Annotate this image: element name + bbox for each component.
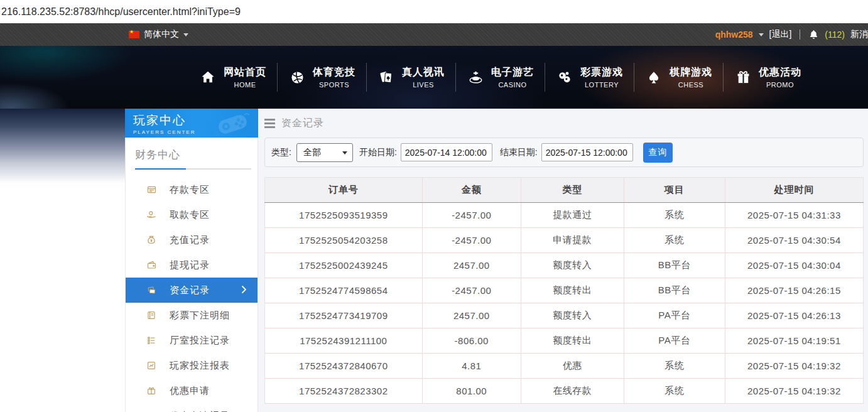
cell-project: PA平台: [624, 328, 725, 354]
sidebar-item-label: 彩票下注明细: [170, 310, 230, 322]
sidebar-item-deposit[interactable]: 存款专区: [126, 177, 258, 202]
cell-processed-time: 2025-07-15 04:19:32: [725, 354, 863, 379]
sidebar-item-withdrawal-record[interactable]: 提现记录: [126, 252, 258, 278]
cell-order-no: 1752525093519359: [265, 203, 423, 228]
gift-icon: [734, 70, 752, 85]
cell-type: 提款通过: [521, 203, 624, 228]
end-date-input[interactable]: [541, 143, 633, 161]
cell-order-no: 1752524774598654: [265, 278, 423, 303]
cell-processed-time: 2025-07-15 04:19:51: [725, 328, 863, 354]
nav-label-zh: 体育竞技: [313, 66, 355, 79]
hall-bet-record-icon: [146, 335, 157, 345]
cell-order-no: 1752524773419709: [265, 303, 423, 328]
cell-type: 额度转入: [521, 303, 624, 328]
column-header: 金额: [422, 178, 521, 203]
recharge-record-icon: [146, 235, 157, 245]
sidebar-panel: 财务中心 存款专区 取款专区 充值记录 提: [125, 138, 258, 412]
start-date-label: 开始日期:: [359, 147, 397, 158]
nav-label-zh: 电子游艺: [491, 66, 534, 79]
nav-item-casino[interactable]: 电子游艺 CASINO: [456, 66, 545, 89]
home-icon: [199, 70, 217, 84]
nav-item-home[interactable]: 网站首页 HOME: [188, 66, 277, 89]
sidebar-item-funds-record[interactable]: 资金记录: [126, 278, 258, 303]
end-date-label: 结束日期:: [500, 147, 538, 158]
bell-icon[interactable]: [808, 29, 819, 40]
table-row: 1752524372823302801.00在线存款系统2025-07-15 0…: [265, 379, 864, 404]
query-button[interactable]: 查询: [643, 143, 673, 163]
chevron-down-icon[interactable]: [759, 33, 764, 36]
type-label: 类型:: [271, 147, 291, 158]
message-count[interactable]: (112): [825, 30, 845, 40]
column-header: 订单号: [265, 178, 423, 203]
nav-item-chess[interactable]: 棋牌游戏 CHESS: [634, 66, 723, 89]
sidebar-item-label: 提现记录: [170, 259, 210, 271]
sidebar-item-bet-report[interactable]: 玩家投注报表: [126, 353, 258, 378]
cell-project: 系统: [624, 354, 725, 379]
account-bar: 简体中文 qhhw258 [退出] (112) 新消息: [0, 23, 868, 46]
message-label[interactable]: 新消息: [850, 29, 868, 40]
nav-item-promo[interactable]: 优惠活动 PROMO: [724, 66, 812, 89]
cell-order-no: 1752524391211100: [265, 328, 423, 354]
promo-apply-icon: [146, 386, 157, 396]
lottery-balls-icon: [556, 70, 573, 85]
cell-processed-time: 2025-07-15 04:30:54: [725, 228, 863, 253]
table-row: 1752525093519359-2457.00提款通过系统2025-07-15…: [265, 203, 864, 228]
nav-item-lives[interactable]: 真人视讯 LIVES: [367, 66, 455, 89]
type-select-value: 全部: [303, 147, 321, 158]
cell-type: 额度转入: [521, 253, 624, 278]
table-header-row: 订单号金额类型项目处理时间: [265, 178, 864, 203]
language-label: 简体中文: [144, 29, 179, 40]
table-row: 17525247734197092457.00额度转入PA平台2025-07-1…: [265, 303, 864, 328]
cell-type: 申请提款: [521, 228, 624, 253]
cell-type: 额度转出: [521, 328, 624, 354]
sidebar-item-promo-apply[interactable]: 优惠申请: [126, 378, 258, 403]
cell-amount: -806.00: [422, 328, 521, 354]
cell-order-no: 1752524372823302: [265, 379, 423, 404]
browser-url-bar: 216.118.235.52:8783/hhcp/usercenter.html…: [0, 0, 868, 23]
cell-type: 在线存款: [521, 379, 624, 404]
language-selector[interactable]: 简体中文: [129, 29, 188, 40]
roulette-icon: [467, 70, 484, 85]
cell-project: PA平台: [624, 303, 725, 328]
logout-link[interactable]: [退出]: [769, 29, 792, 40]
main-content: 资金记录 类型: 全部 开始日期: 结束日期: 查询 订单号金额类型项目处理时间…: [258, 109, 868, 412]
chevron-down-icon: [342, 151, 347, 154]
cell-processed-time: 2025-07-15 04:31:33: [725, 203, 863, 228]
sidebar-item-withdraw[interactable]: 取款专区: [126, 202, 258, 227]
sidebar-item-recharge-record[interactable]: 充值记录: [126, 227, 258, 252]
sidebar-item-lottery-detail[interactable]: 彩票下注明细: [126, 303, 258, 328]
cell-order-no: 1752525054203258: [265, 228, 423, 253]
type-select[interactable]: 全部: [296, 143, 353, 162]
username[interactable]: qhhw258: [715, 30, 753, 40]
chevron-right-icon: [241, 285, 247, 296]
cell-amount: -2457.00: [422, 228, 521, 253]
cell-project: 系统: [624, 228, 725, 253]
table-row: 1752525054203258-2457.00申请提款系统2025-07-15…: [265, 228, 864, 253]
nav-label-en: LOTTERY: [585, 81, 619, 89]
main-nav-banner: 网站首页 HOME 体育竞技 SPORTS 真人视讯 LIVES 电子游艺 CA…: [0, 46, 868, 109]
sports-ball-icon: [288, 70, 306, 85]
cell-order-no: 1752524372840670: [265, 354, 423, 379]
gamepad-icon: [213, 111, 252, 138]
cell-type: 优惠: [521, 354, 624, 379]
nav-label-en: SPORTS: [319, 81, 349, 89]
page-url[interactable]: 216.118.235.52:8783/hhcp/usercenter.html…: [0, 6, 241, 18]
column-header: 项目: [624, 178, 725, 203]
sidebar-item-hall-bet-record[interactable]: 厅室投注记录: [126, 328, 258, 353]
bet-report-icon: [146, 360, 157, 371]
cell-type: 额度转出: [521, 278, 624, 303]
nav-label-zh: 优惠活动: [759, 66, 801, 79]
sidebar-menu: 存款专区 取款专区 充值记录 提现记录: [126, 173, 258, 412]
nav-item-sports[interactable]: 体育竞技 SPORTS: [278, 66, 366, 89]
cell-project: 系统: [624, 379, 725, 404]
nav-label-en: CASINO: [498, 81, 526, 89]
cell-processed-time: 2025-07-15 04:26:13: [725, 303, 863, 328]
start-date-input[interactable]: [401, 143, 492, 161]
sidebar-item-promo-record[interactable]: 优惠申请记录: [126, 403, 258, 412]
lottery-detail-icon: [146, 310, 157, 320]
table-row: 17525250024392452457.00额度转入BB平台2025-07-1…: [265, 253, 864, 278]
nav-item-lottery[interactable]: 彩票游戏 LOTTERY: [545, 66, 634, 89]
funds-record-icon: [146, 285, 157, 295]
nav-label-zh: 彩票游戏: [580, 66, 623, 79]
cell-order-no: 1752525002439245: [265, 253, 423, 278]
